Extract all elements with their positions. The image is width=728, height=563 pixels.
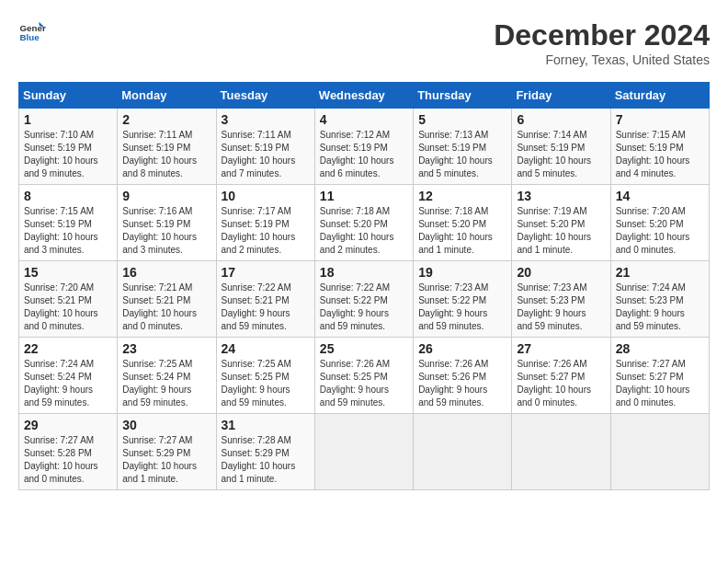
- day-info: Sunrise: 7:18 AMSunset: 5:20 PMDaylight:…: [418, 205, 506, 257]
- day-number: 1: [24, 112, 112, 127]
- day-info: Sunrise: 7:18 AMSunset: 5:20 PMDaylight:…: [320, 205, 408, 257]
- table-row: 5Sunrise: 7:13 AMSunset: 5:19 PMDaylight…: [414, 109, 512, 185]
- day-number: 11: [320, 189, 408, 203]
- day-info: Sunrise: 7:27 AMSunset: 5:27 PMDaylight:…: [616, 358, 704, 409]
- table-row: 10Sunrise: 7:17 AMSunset: 5:19 PMDayligh…: [216, 185, 314, 261]
- col-tuesday: Tuesday: [216, 83, 314, 109]
- header-row: Sunday Monday Tuesday Wednesday Thursday…: [19, 83, 710, 109]
- day-number: 10: [222, 189, 310, 203]
- day-info: Sunrise: 7:11 AMSunset: 5:19 PMDaylight:…: [122, 129, 210, 180]
- day-number: 28: [616, 341, 704, 356]
- day-number: 14: [616, 189, 704, 203]
- table-row: 29Sunrise: 7:27 AMSunset: 5:28 PMDayligh…: [19, 414, 118, 490]
- day-info: Sunrise: 7:20 AMSunset: 5:20 PMDaylight:…: [616, 205, 704, 257]
- day-info: Sunrise: 7:23 AMSunset: 5:22 PMDaylight:…: [418, 282, 506, 333]
- table-row: 19Sunrise: 7:23 AMSunset: 5:22 PMDayligh…: [414, 261, 512, 338]
- col-friday: Friday: [512, 83, 610, 109]
- day-info: Sunrise: 7:27 AMSunset: 5:28 PMDaylight:…: [24, 434, 112, 486]
- day-number: 12: [418, 189, 506, 203]
- day-number: 5: [418, 112, 506, 127]
- table-row: 1Sunrise: 7:10 AMSunset: 5:19 PMDaylight…: [19, 109, 118, 185]
- table-row: 7Sunrise: 7:15 AMSunset: 5:19 PMDaylight…: [610, 109, 709, 185]
- day-info: Sunrise: 7:27 AMSunset: 5:29 PMDaylight:…: [122, 434, 210, 486]
- calendar-table: Sunday Monday Tuesday Wednesday Thursday…: [18, 82, 710, 490]
- day-info: Sunrise: 7:10 AMSunset: 5:19 PMDaylight:…: [24, 129, 112, 180]
- day-number: 13: [517, 189, 605, 203]
- day-info: Sunrise: 7:26 AMSunset: 5:25 PMDaylight:…: [320, 358, 408, 409]
- col-sunday: Sunday: [19, 83, 118, 109]
- day-number: 19: [418, 265, 506, 280]
- table-row: 20Sunrise: 7:23 AMSunset: 5:23 PMDayligh…: [512, 261, 610, 338]
- day-info: Sunrise: 7:21 AMSunset: 5:21 PMDaylight:…: [122, 282, 210, 333]
- calendar-row: 22Sunrise: 7:24 AMSunset: 5:24 PMDayligh…: [19, 338, 710, 414]
- table-row: 30Sunrise: 7:27 AMSunset: 5:29 PMDayligh…: [118, 414, 216, 490]
- day-number: 2: [122, 112, 210, 127]
- table-row: 15Sunrise: 7:20 AMSunset: 5:21 PMDayligh…: [19, 261, 118, 338]
- day-info: Sunrise: 7:19 AMSunset: 5:20 PMDaylight:…: [517, 205, 605, 257]
- table-row: [610, 414, 709, 490]
- day-info: Sunrise: 7:16 AMSunset: 5:19 PMDaylight:…: [122, 205, 210, 257]
- day-info: Sunrise: 7:26 AMSunset: 5:26 PMDaylight:…: [418, 358, 506, 409]
- table-row: 13Sunrise: 7:19 AMSunset: 5:20 PMDayligh…: [512, 185, 610, 261]
- day-number: 29: [24, 418, 112, 432]
- day-number: 20: [517, 265, 605, 280]
- day-number: 16: [122, 265, 210, 280]
- day-info: Sunrise: 7:26 AMSunset: 5:27 PMDaylight:…: [517, 358, 605, 409]
- day-info: Sunrise: 7:12 AMSunset: 5:19 PMDaylight:…: [320, 129, 408, 180]
- calendar-row: 29Sunrise: 7:27 AMSunset: 5:28 PMDayligh…: [19, 414, 710, 490]
- month-title: December 2024: [494, 18, 710, 52]
- day-number: 25: [320, 341, 408, 356]
- table-row: 16Sunrise: 7:21 AMSunset: 5:21 PMDayligh…: [118, 261, 216, 338]
- svg-text:Blue: Blue: [20, 32, 40, 42]
- calendar-row: 8Sunrise: 7:15 AMSunset: 5:19 PMDaylight…: [19, 185, 710, 261]
- table-row: 23Sunrise: 7:25 AMSunset: 5:24 PMDayligh…: [118, 338, 216, 414]
- day-number: 9: [122, 189, 210, 203]
- day-number: 4: [320, 112, 408, 127]
- day-info: Sunrise: 7:15 AMSunset: 5:19 PMDaylight:…: [24, 205, 112, 257]
- day-info: Sunrise: 7:24 AMSunset: 5:23 PMDaylight:…: [616, 282, 704, 333]
- day-info: Sunrise: 7:11 AMSunset: 5:19 PMDaylight:…: [222, 129, 310, 180]
- day-info: Sunrise: 7:28 AMSunset: 5:29 PMDaylight:…: [222, 434, 310, 486]
- table-row: 3Sunrise: 7:11 AMSunset: 5:19 PMDaylight…: [216, 109, 314, 185]
- table-row: [314, 414, 413, 490]
- table-row: 27Sunrise: 7:26 AMSunset: 5:27 PMDayligh…: [512, 338, 610, 414]
- table-row: 6Sunrise: 7:14 AMSunset: 5:19 PMDaylight…: [512, 109, 610, 185]
- day-number: 26: [418, 341, 506, 356]
- day-info: Sunrise: 7:13 AMSunset: 5:19 PMDaylight:…: [418, 129, 506, 180]
- title-block: December 2024 Forney, Texas, United Stat…: [494, 18, 710, 67]
- table-row: 25Sunrise: 7:26 AMSunset: 5:25 PMDayligh…: [314, 338, 413, 414]
- table-row: 14Sunrise: 7:20 AMSunset: 5:20 PMDayligh…: [610, 185, 709, 261]
- col-monday: Monday: [118, 83, 216, 109]
- table-row: 12Sunrise: 7:18 AMSunset: 5:20 PMDayligh…: [414, 185, 512, 261]
- table-row: [414, 414, 512, 490]
- day-info: Sunrise: 7:14 AMSunset: 5:19 PMDaylight:…: [517, 129, 605, 180]
- table-row: 28Sunrise: 7:27 AMSunset: 5:27 PMDayligh…: [610, 338, 709, 414]
- day-number: 23: [122, 341, 210, 356]
- logo: General Blue: [18, 18, 46, 46]
- page-header: General Blue December 2024 Forney, Texas…: [18, 18, 710, 67]
- calendar-row: 1Sunrise: 7:10 AMSunset: 5:19 PMDaylight…: [19, 109, 710, 185]
- day-info: Sunrise: 7:25 AMSunset: 5:24 PMDaylight:…: [122, 358, 210, 409]
- day-number: 27: [517, 341, 605, 356]
- table-row: 18Sunrise: 7:22 AMSunset: 5:22 PMDayligh…: [314, 261, 413, 338]
- day-info: Sunrise: 7:20 AMSunset: 5:21 PMDaylight:…: [24, 282, 112, 333]
- day-number: 21: [616, 265, 704, 280]
- day-info: Sunrise: 7:22 AMSunset: 5:21 PMDaylight:…: [222, 282, 310, 333]
- table-row: 2Sunrise: 7:11 AMSunset: 5:19 PMDaylight…: [118, 109, 216, 185]
- day-number: 17: [222, 265, 310, 280]
- calendar-row: 15Sunrise: 7:20 AMSunset: 5:21 PMDayligh…: [19, 261, 710, 338]
- day-info: Sunrise: 7:17 AMSunset: 5:19 PMDaylight:…: [222, 205, 310, 257]
- location: Forney, Texas, United States: [494, 52, 710, 67]
- day-info: Sunrise: 7:22 AMSunset: 5:22 PMDaylight:…: [320, 282, 408, 333]
- table-row: 21Sunrise: 7:24 AMSunset: 5:23 PMDayligh…: [610, 261, 709, 338]
- svg-text:General: General: [20, 23, 47, 33]
- day-info: Sunrise: 7:15 AMSunset: 5:19 PMDaylight:…: [616, 129, 704, 180]
- day-number: 22: [24, 341, 112, 356]
- day-number: 6: [517, 112, 605, 127]
- day-info: Sunrise: 7:25 AMSunset: 5:25 PMDaylight:…: [222, 358, 310, 409]
- day-number: 18: [320, 265, 408, 280]
- col-saturday: Saturday: [610, 83, 709, 109]
- day-info: Sunrise: 7:24 AMSunset: 5:24 PMDaylight:…: [24, 358, 112, 409]
- table-row: 11Sunrise: 7:18 AMSunset: 5:20 PMDayligh…: [314, 185, 413, 261]
- day-number: 15: [24, 265, 112, 280]
